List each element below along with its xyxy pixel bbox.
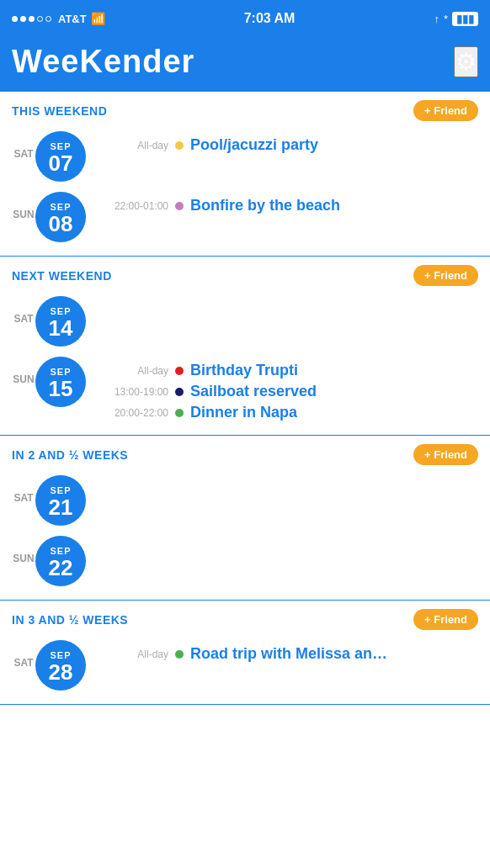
day-row: SATSEP07All-dayPool/jacuzzi party: [0, 126, 490, 187]
date-month: SEP: [50, 367, 71, 377]
date-circle[interactable]: SEP21: [35, 475, 86, 526]
wifi-icon: 📶: [91, 12, 105, 25]
day-label: SUN: [12, 357, 35, 385]
section-next-weekend: NEXT WEEKEND+ FriendSATSEP14SUNSEP15All-…: [0, 257, 490, 436]
event-dot: [175, 202, 184, 210]
events-column: All-dayPool/jacuzzi party: [94, 131, 478, 154]
event-row[interactable]: All-dayPool/jacuzzi party: [94, 136, 478, 154]
date-day: 22: [49, 556, 73, 580]
date-circle[interactable]: SEP14: [35, 296, 86, 347]
add-friend-button-next-weekend[interactable]: + Friend: [413, 265, 478, 286]
event-title[interactable]: Birthday Trupti: [190, 362, 298, 379]
date-circle[interactable]: SEP07: [35, 131, 86, 182]
date-month: SEP: [50, 485, 71, 495]
event-dot: [175, 409, 184, 417]
location-icon: ↑: [434, 13, 439, 25]
date-day: 08: [49, 212, 73, 236]
day-label: SAT: [12, 296, 35, 325]
battery-icon: ▮▮▮: [452, 12, 478, 26]
date-day: 15: [49, 377, 73, 401]
event-dot: [175, 141, 184, 150]
add-friend-button-in-3-half-weeks[interactable]: + Friend: [413, 609, 478, 630]
date-month: SEP: [50, 546, 71, 556]
event-title[interactable]: Dinner in Napa: [190, 404, 297, 421]
signal-dot-4: [37, 16, 43, 22]
event-dot: [175, 650, 184, 659]
events-column: 22:00-01:00Bonfire by the beach: [94, 192, 478, 214]
event-title[interactable]: Pool/jacuzzi party: [190, 136, 318, 154]
events-column: [94, 536, 478, 541]
event-row[interactable]: All-dayBirthday Trupti: [94, 362, 478, 379]
add-friend-button-in-2-half-weeks[interactable]: + Friend: [413, 444, 478, 465]
date-month: SEP: [50, 141, 71, 151]
event-row[interactable]: 20:00-22:00Dinner in Napa: [94, 404, 478, 421]
day-label: SUN: [12, 536, 35, 564]
section-header-in-2-half-weeks: IN 2 AND ½ WEEKS+ Friend: [0, 436, 490, 470]
day-label: SUN: [12, 192, 35, 220]
signal-dots: [12, 16, 51, 22]
event-time: All-day: [94, 648, 168, 660]
date-month: SEP: [50, 650, 71, 660]
event-dot: [175, 367, 184, 375]
section-in-2-half-weeks: IN 2 AND ½ WEEKS+ FriendSATSEP21SUNSEP22: [0, 436, 490, 601]
section-title-in-3-half-weeks: IN 3 AND ½ WEEKS: [12, 613, 128, 627]
day-row: SATSEP21: [0, 470, 490, 531]
day-row: SATSEP14: [0, 291, 490, 352]
day-label: SAT: [12, 640, 35, 669]
carrier-label: AT&T: [58, 13, 87, 25]
event-time: 13:00-19:00: [94, 386, 168, 398]
event-title[interactable]: Road trip with Melissa an…: [190, 645, 387, 663]
events-column: [94, 475, 478, 480]
app-title: WeeKender: [12, 44, 194, 80]
signal-dot-2: [20, 16, 26, 22]
date-day: 14: [49, 316, 73, 341]
date-circle[interactable]: SEP28: [35, 640, 86, 691]
event-time: All-day: [94, 365, 168, 377]
date-circle[interactable]: SEP22: [35, 536, 86, 586]
section-title-next-weekend: NEXT WEEKEND: [12, 269, 112, 283]
section-this-weekend: THIS WEEKEND+ FriendSATSEP07All-dayPool/…: [0, 92, 490, 257]
bluetooth-icon: *: [444, 13, 448, 25]
time-display: 7:03 AM: [244, 11, 296, 26]
date-day: 28: [49, 660, 73, 685]
event-title[interactable]: Sailboat reserved: [190, 383, 317, 400]
day-row: SUNSEP0822:00-01:00Bonfire by the beach: [0, 187, 490, 247]
date-day: 07: [49, 151, 73, 176]
events-column: All-dayRoad trip with Melissa an…: [94, 640, 478, 663]
day-row: SUNSEP22: [0, 531, 490, 591]
date-circle[interactable]: SEP08: [35, 192, 86, 242]
status-bar: AT&T 📶 7:03 AM ↑ * ▮▮▮: [0, 0, 490, 37]
signal-dot-5: [45, 16, 51, 22]
date-month: SEP: [50, 306, 71, 316]
events-column: All-dayBirthday Trupti13:00-19:00Sailboa…: [94, 357, 478, 421]
event-row[interactable]: 13:00-19:00Sailboat reserved: [94, 383, 478, 400]
section-header-this-weekend: THIS WEEKEND+ Friend: [0, 92, 490, 126]
signal-dot-3: [29, 16, 35, 22]
add-friend-button-this-weekend[interactable]: + Friend: [413, 100, 478, 121]
day-label: SAT: [12, 131, 35, 160]
settings-button[interactable]: ⚙: [454, 46, 478, 77]
date-day: 21: [49, 495, 73, 520]
day-label: SAT: [12, 475, 35, 504]
date-month: SEP: [50, 202, 71, 212]
section-header-in-3-half-weeks: IN 3 AND ½ WEEKS+ Friend: [0, 601, 490, 635]
event-row[interactable]: 22:00-01:00Bonfire by the beach: [94, 197, 478, 214]
event-row[interactable]: All-dayRoad trip with Melissa an…: [94, 645, 478, 663]
signal-dot-1: [12, 16, 18, 22]
day-row: SATSEP28All-dayRoad trip with Melissa an…: [0, 635, 490, 696]
section-title-this-weekend: THIS WEEKEND: [12, 104, 107, 118]
event-time: All-day: [94, 140, 168, 151]
section-header-next-weekend: NEXT WEEKEND+ Friend: [0, 257, 490, 291]
status-left: AT&T 📶: [12, 12, 105, 25]
events-column: [94, 296, 478, 301]
event-time: 20:00-22:00: [94, 407, 168, 419]
app-header: WeeKender ⚙: [0, 37, 490, 92]
status-right: ↑ * ▮▮▮: [434, 12, 478, 26]
event-title[interactable]: Bonfire by the beach: [190, 197, 340, 214]
day-row: SUNSEP15All-dayBirthday Trupti13:00-19:0…: [0, 352, 490, 426]
section-in-3-half-weeks: IN 3 AND ½ WEEKS+ FriendSATSEP28All-dayR…: [0, 601, 490, 705]
event-dot: [175, 388, 184, 396]
main-content: THIS WEEKEND+ FriendSATSEP07All-dayPool/…: [0, 92, 490, 705]
section-title-in-2-half-weeks: IN 2 AND ½ WEEKS: [12, 448, 128, 462]
date-circle[interactable]: SEP15: [35, 357, 86, 407]
